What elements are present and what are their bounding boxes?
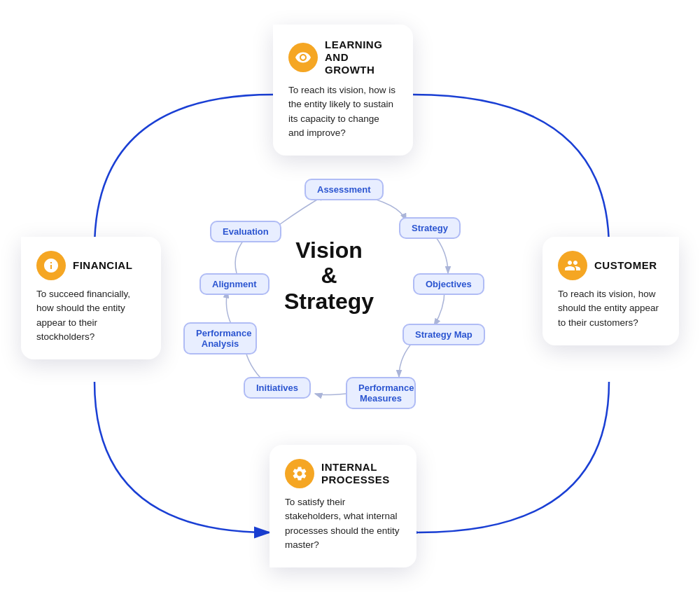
customer-title: CUSTOMER	[594, 259, 657, 272]
financial-card: FINANCIAL To succeed financially, how sh…	[21, 237, 161, 359]
eye-svg	[295, 49, 312, 66]
chart-svg	[43, 257, 59, 274]
financial-body: To succeed financially, how should the e…	[36, 287, 146, 344]
vision-strategy-center: Vision & Strategy	[266, 238, 392, 315]
customer-card: CUSTOMER To reach its vision, how should…	[542, 237, 679, 345]
vision-text: Vision	[266, 238, 392, 263]
node-strategy-map: Strategy Map	[402, 324, 485, 345]
diagram-container: LEARNING AND GROWTH To reach its vision,…	[0, 0, 700, 592]
learning-body: To reach its vision, how is the entity l…	[288, 83, 398, 140]
node-objectives: Objectives	[413, 273, 484, 295]
card-header-internal: INTERNAL PROCESSES	[285, 459, 401, 488]
people-svg	[564, 257, 581, 274]
strategy-text: Strategy	[266, 289, 392, 315]
internal-body: To satisfy their stakeholders, what inte…	[285, 495, 401, 552]
node-initiatives: Initiatives	[244, 377, 311, 399]
internal-title: INTERNAL PROCESSES	[321, 461, 401, 486]
card-header-customer: CUSTOMER	[558, 251, 664, 280]
node-performance-measures: Performance Measures	[346, 377, 416, 409]
node-performance-analysis: Performance Analysis	[183, 322, 257, 354]
customer-icon	[558, 251, 587, 280]
customer-body: To reach its vision, how should the enti…	[558, 287, 664, 330]
card-header-financial: FINANCIAL	[36, 251, 146, 280]
node-strategy: Strategy	[399, 217, 461, 239]
financial-title: FINANCIAL	[73, 259, 132, 272]
node-evaluation: Evaluation	[210, 221, 281, 242]
ampersand-text: &	[266, 263, 392, 289]
financial-icon	[36, 251, 66, 280]
internal-icon	[285, 459, 314, 488]
node-alignment: Alignment	[200, 273, 270, 295]
node-assessment: Assessment	[304, 179, 384, 200]
learning-icon	[288, 43, 318, 72]
learning-growth-card: LEARNING AND GROWTH To reach its vision,…	[273, 25, 413, 156]
gear-svg	[291, 465, 308, 482]
internal-processes-card: INTERNAL PROCESSES To satisfy their stak…	[270, 445, 416, 567]
learning-title: LEARNING AND GROWTH	[325, 39, 398, 76]
card-header-learning: LEARNING AND GROWTH	[288, 39, 398, 76]
